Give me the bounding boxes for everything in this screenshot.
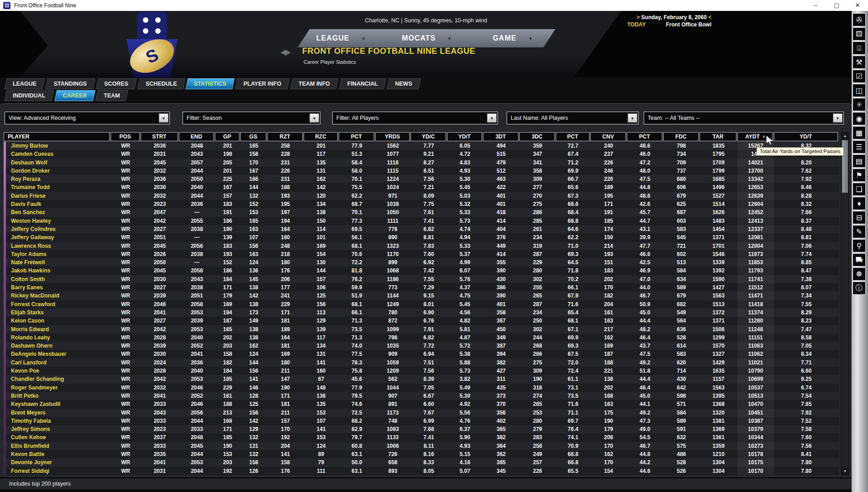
column-header-pct-16[interactable]: PCT [627, 132, 662, 141]
column-header-end-3[interactable]: END [179, 132, 214, 141]
column-header-tar-18[interactable]: TAR [700, 132, 736, 141]
table-row[interactable]: Elijah StarksWR2041205319417317111366.17… [4, 308, 839, 317]
column-header-rzc-7[interactable]: RZC [304, 132, 338, 141]
dice-icon[interactable]: ⚄ [853, 27, 866, 41]
column-header-gp-4[interactable]: GP [215, 132, 239, 141]
tab-league[interactable]: LEAGUE [4, 78, 45, 89]
menu-mocats[interactable]: MOCATS▾ [384, 34, 470, 42]
table-row[interactable]: Keyshawn ZastudilWR203320461881251811357… [4, 400, 839, 408]
menu-game[interactable]: GAME▾ [469, 34, 555, 42]
scroll-up-icon[interactable]: ▲ [842, 133, 848, 139]
search-icon[interactable]: ⚲ [853, 239, 866, 252]
team-dropdown[interactable]: Team: -- All Teams --▼ [644, 112, 844, 124]
table-row[interactable]: Nate FretwellWR2050---15212418013072.289… [4, 258, 839, 266]
table-row[interactable]: Trumaine ToddWR2030204016714418814275.51… [4, 183, 839, 191]
chevron-down-icon[interactable]: ▼ [310, 113, 319, 123]
menu-league[interactable]: LEAGUE▾ [298, 34, 384, 42]
list-icon[interactable]: ☰ [853, 140, 866, 154]
column-header-gs-5[interactable]: GS [240, 132, 266, 141]
column-header-cnv-15[interactable]: CNV [590, 132, 626, 141]
table-row[interactable]: Roger SandmeyerWR2032204622914619014877.… [4, 384, 839, 392]
tools-icon[interactable]: ⚒ [853, 56, 866, 69]
table-row[interactable]: Kevon BattleWR203520441531321418963.1726… [4, 450, 839, 458]
table-row[interactable]: Davis FaulkWR2023203618315219513468.7103… [4, 200, 839, 208]
page-nav-arrows-icon[interactable]: ◀▶ [280, 47, 289, 57]
table-scrollbar[interactable]: ▲ ▼ [841, 132, 849, 475]
table-row[interactable]: Dashawn OhernWR2039205220316218113474.01… [4, 342, 839, 350]
printer-icon[interactable]: ⊟ [853, 211, 866, 224]
table-row[interactable]: Lawrence RossWR2045205618315624816968.11… [4, 242, 839, 250]
table-row[interactable]: Cullen KehoeWR2037204818513219215379.711… [4, 433, 839, 441]
table-row[interactable]: Jimmy BarlowWR2036204820116525820177.915… [4, 142, 839, 150]
tab-news[interactable]: NEWS [387, 78, 421, 89]
chevron-down-icon[interactable]: ▼ [628, 113, 637, 123]
table-row[interactable]: Rickey MacDonaldWR2039205117914224112551… [4, 292, 839, 300]
flag-icon[interactable]: ⚑ [853, 169, 866, 182]
close-button[interactable]: ✕ [847, 0, 868, 11]
column-header-yd-t-20[interactable]: YD/T [774, 132, 838, 141]
column-header-fdc-17[interactable]: FDC [663, 132, 699, 141]
subtab-team[interactable]: TEAM [96, 90, 129, 101]
eye-icon[interactable]: ◉ [853, 112, 866, 125]
news-icon[interactable]: ▤ [853, 154, 866, 168]
table-row[interactable]: Jeffery ColindresWR202720381901631641146… [4, 225, 839, 233]
table-row[interactable]: Ben SanchezWR2047---19115319713870.11050… [4, 208, 839, 216]
chevron-down-icon[interactable]: ▼ [833, 113, 843, 123]
table-row[interactable]: Kevon PoeWR2028204018415621116075.812097… [4, 367, 839, 375]
table-row[interactable]: Weston HawleyWR2042205518616519415077.31… [4, 217, 839, 225]
subtab-individual[interactable]: INDIVIDUAL [4, 90, 54, 101]
subtab-career[interactable]: CAREER [54, 90, 95, 101]
chevron-down-icon[interactable]: ▼ [487, 113, 497, 123]
table-row[interactable]: Chandler SchandingWR20422053185141147674… [4, 375, 839, 383]
info-icon[interactable]: ⓘ [853, 282, 866, 295]
pencil-icon[interactable]: ✎ [853, 225, 866, 238]
table-row[interactable]: Devonte JoynerWR204120532031581587950.06… [4, 458, 839, 466]
wheel-icon[interactable]: ☸ [853, 267, 866, 281]
column-header-strt-2[interactable]: STRT [141, 132, 178, 141]
tab-scores[interactable]: SCORES [96, 78, 137, 89]
tab-standings[interactable]: STANDINGS [46, 78, 96, 89]
table-row[interactable]: Forrest SiddiqiWR2031204419212617611163.… [4, 467, 839, 475]
table-row[interactable]: Carl LansfordWR2024203618214418014178.31… [4, 359, 839, 367]
column-header-pct-14[interactable]: PCT [556, 132, 589, 141]
tab-financial[interactable]: FINANCIAL [339, 78, 386, 89]
table-row[interactable]: Jakob HawkinsWR2045205818613617614481.81… [4, 266, 839, 275]
minimize-button[interactable]: – [805, 0, 826, 11]
table-row[interactable]: Barry EanesWR2027203817113817710659.9773… [4, 283, 839, 292]
board-icon[interactable]: ❏ [853, 183, 866, 196]
medal-icon[interactable]: ⍟ [853, 98, 866, 111]
table-row[interactable]: Jeffrey SimonsWR2023203317112917014182.9… [4, 425, 839, 433]
tab-player-info[interactable]: PLAYER INFO [235, 78, 290, 89]
table-row[interactable]: DeAngelo MessbauerWR20302041158124169131… [4, 350, 839, 358]
checklist-icon[interactable]: ☑ [853, 70, 866, 83]
table-row[interactable]: Keion CasonWR2027203918714918112971.3872… [4, 317, 839, 325]
view-dropdown[interactable]: View: Advanced Receiving▼ [5, 112, 170, 124]
column-header-3dc-13[interactable]: 3DC [519, 132, 555, 141]
table-row[interactable]: Deshaun WolfWR2045205720517023113558.411… [4, 159, 839, 167]
table-row[interactable]: Roy PerazaWR2036205022516623116270.11224… [4, 175, 839, 183]
lastname-filter-dropdown[interactable]: Last Name: All Players▼ [507, 112, 639, 124]
player-filter-dropdown[interactable]: Filter: All Players▼ [332, 112, 498, 124]
table-row[interactable]: Ellis BrumfieldWR2033204519013120412460.… [4, 442, 839, 450]
table-row[interactable]: Forrest CrawfordWR2046205816913822915668… [4, 300, 839, 308]
table-row[interactable]: Camden CuevasWR2031204319815822811751.31… [4, 150, 839, 158]
season-filter-dropdown[interactable]: Filter: Season▼ [183, 112, 320, 124]
table-row[interactable]: Colton SmithWR2030204318414520615776.211… [4, 275, 839, 283]
table-row[interactable]: Jeffery GallawayWR2051---13910718010156.… [4, 233, 839, 241]
table-row[interactable]: Darius FrieseWR2032204415713219312062.29… [4, 192, 839, 200]
save-icon[interactable]: ⍗ [853, 41, 866, 55]
column-header-player-0[interactable]: PLAYER [4, 132, 110, 141]
book-icon[interactable]: ◫ [853, 84, 866, 97]
table-row[interactable]: Gordon DrokerWR2032204420116722613158.01… [4, 167, 839, 175]
table-row[interactable]: Britt PetkoWR2041205216112817113679.5907… [4, 392, 839, 400]
column-header-yd-c-10[interactable]: YD/C [411, 132, 446, 141]
column-header-yrds-9[interactable]: YRDS [375, 132, 410, 141]
cart-icon[interactable]: ⛟ [853, 253, 866, 266]
film-icon[interactable]: ✇ [853, 13, 866, 26]
tab-statistics[interactable]: STATISTICS [186, 78, 235, 89]
tab-schedule[interactable]: SCHEDULE [137, 78, 185, 89]
column-header-3dt-12[interactable]: 3DT [483, 132, 518, 141]
grid-icon[interactable]: ▦ [853, 126, 866, 139]
maximize-button[interactable]: ▢ [826, 0, 847, 11]
table-row[interactable]: Morris EdwardWR2042205316513818913973.51… [4, 325, 839, 333]
